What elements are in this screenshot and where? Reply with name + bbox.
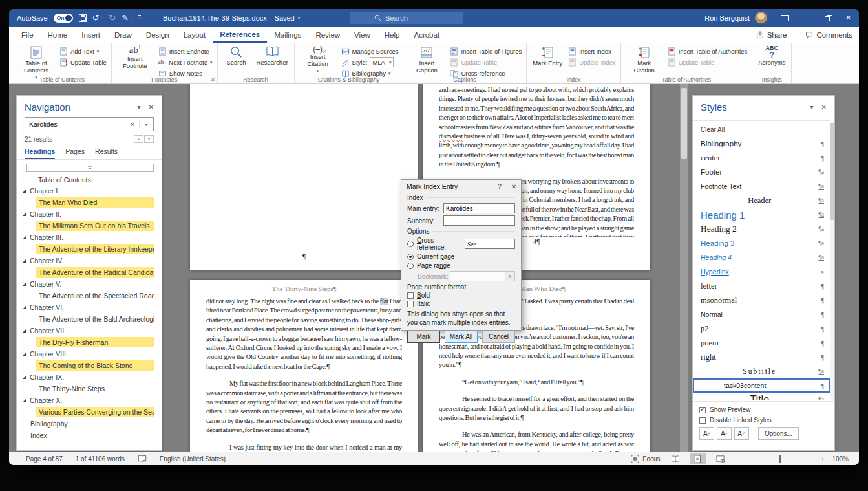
pane-options-chevron-icon[interactable]: ▾: [810, 104, 814, 111]
footnotes-dialog-launcher[interactable]: ⇲: [209, 76, 216, 83]
tab-references[interactable]: References: [213, 27, 267, 43]
nav-chapter[interactable]: Chapter IV.: [17, 255, 162, 267]
paragraph[interactable]: I was just fitting my key into the door …: [206, 443, 402, 452]
nav-heading[interactable]: The Milkman Sets Out on his Travels: [17, 220, 162, 232]
nav-heading[interactable]: The Adventure of the Radical Candidate: [17, 267, 162, 278]
tab-mailings[interactable]: Mailings: [267, 27, 308, 43]
cross-reference-radio[interactable]: [407, 241, 414, 247]
zoom-level[interactable]: 100%: [832, 455, 849, 463]
tab-layout[interactable]: Layout: [176, 27, 213, 43]
search-box[interactable]: Search: [350, 12, 463, 24]
paragraph[interactable]: He was an American, from Kentucky, and a…: [439, 430, 634, 452]
print-layout-button[interactable]: [690, 453, 706, 464]
paragraph[interactable]: and race-meetings. I had no real pal to …: [439, 85, 634, 169]
pane-options-chevron-icon[interactable]: ▾: [138, 104, 141, 111]
add-text-button[interactable]: Add Text▾: [59, 47, 107, 56]
update-table-captions-button[interactable]: Update Table: [450, 58, 522, 67]
subentry-input[interactable]: [443, 215, 515, 226]
tab-file[interactable]: File: [14, 27, 41, 43]
style-item-msonormal[interactable]: msonormal¶: [693, 293, 830, 307]
style-item-clear-all[interactable]: Clear All: [693, 122, 830, 136]
close-pane-icon[interactable]: ✕: [821, 104, 827, 111]
style-item-heading-1[interactable]: Heading 1¶a: [693, 208, 830, 222]
previous-result-button[interactable]: ▲: [134, 135, 143, 143]
style-item-normal[interactable]: Normal¶: [693, 307, 830, 322]
nav-item-bibliography[interactable]: Bibliography: [17, 418, 162, 430]
style-item-task03content[interactable]: task03content¶: [693, 378, 830, 393]
nav-chapter[interactable]: Chapter II.: [17, 208, 162, 220]
insert-footnote-button[interactable]: ab1 Insert Footnote: [116, 45, 154, 71]
tab-design[interactable]: Design: [139, 27, 176, 43]
options-button[interactable]: Options...: [758, 427, 799, 440]
nav-chapter[interactable]: Chapter X.: [17, 395, 162, 406]
style-item-title[interactable]: Title¶a: [693, 393, 830, 400]
manage-styles-button[interactable]: A✓: [734, 427, 749, 440]
bookmark-select[interactable]: ▼: [450, 271, 515, 281]
document-scrollbar[interactable]: [680, 84, 688, 452]
bold-checkbox[interactable]: [407, 292, 414, 299]
nav-item-index[interactable]: Index: [17, 430, 162, 441]
style-item-heading-3[interactable]: Heading 3¶a: [693, 236, 830, 250]
style-item-heading-2[interactable]: Heading 2¶a: [693, 222, 830, 236]
nav-tab-headings[interactable]: Headings: [25, 144, 55, 159]
proofing-errors-icon[interactable]: [138, 455, 147, 463]
close-dialog-icon[interactable]: ✕: [507, 183, 521, 190]
nav-item-toc[interactable]: Table of Contents: [17, 174, 162, 185]
smart-search-button[interactable]: i Search: [222, 45, 251, 67]
comments-button[interactable]: Comments: [805, 31, 852, 39]
style-item-footnote-text[interactable]: Footnote Text¶a: [693, 179, 830, 193]
customize-qat-button[interactable]: ▾: [138, 15, 141, 21]
paragraph[interactable]: My flat was the first floor in a new blo…: [206, 379, 402, 435]
paragraph[interactable]: did not stay long. The night was fine an…: [206, 297, 402, 371]
nav-chapter[interactable]: Chapter III.: [17, 232, 162, 243]
style-inspector-button[interactable]: A⌕: [717, 427, 732, 440]
zoom-out-button[interactable]: −: [736, 455, 739, 463]
focus-button[interactable]: Focus: [631, 455, 660, 463]
style-item-letter[interactable]: letter¶: [693, 279, 830, 293]
acronyms-button[interactable]: ABC? Acronyms: [757, 45, 787, 67]
scroll-to-top-button[interactable]: [26, 164, 154, 172]
show-preview-checkbox[interactable]: Show Preview: [699, 406, 828, 413]
ink-button[interactable]: ✎▾: [122, 13, 132, 23]
page-indicator[interactable]: Page 4 of 87: [26, 455, 63, 463]
style-item-subtitle[interactable]: Subtitle¶a: [693, 364, 830, 378]
nav-chapter[interactable]: Chapter V.: [17, 278, 162, 290]
insert-caption-button[interactable]: Insert Caption: [408, 45, 445, 75]
disable-linked-styles-checkbox[interactable]: Disable Linked Styles: [699, 417, 828, 424]
insert-citation-button[interactable]: (–)✓ Insert Citation ▾: [299, 45, 337, 74]
nav-heading[interactable]: The Adventure of the Bald Archaeologist: [17, 313, 162, 325]
tab-help[interactable]: Help: [377, 27, 407, 43]
main-entry-input[interactable]: [443, 203, 515, 213]
tab-acrobat[interactable]: Acrobat: [407, 27, 447, 43]
minimize-button[interactable]: —: [795, 9, 816, 27]
insert-index-button[interactable]: Insert Index: [568, 47, 616, 56]
ribbon-display-options-button[interactable]: [774, 9, 795, 27]
zoom-slider[interactable]: [746, 459, 814, 459]
scrollbar-thumb[interactable]: [830, 123, 834, 220]
style-item-hyperlink[interactable]: Hyperlinka: [693, 265, 830, 279]
autosave-toggle[interactable]: On: [54, 14, 73, 23]
mark-citation-button[interactable]: Mark Citation: [626, 45, 663, 75]
nav-heading[interactable]: The Adventure of the Spectacled Roadman: [17, 290, 162, 301]
nav-heading[interactable]: Various Parties Converging on the Sea: [17, 406, 162, 418]
mark-all-button[interactable]: Mark All: [445, 331, 478, 343]
table-of-contents-button[interactable]: Table of Contents ▾: [17, 45, 55, 80]
nav-chapter[interactable]: Chapter IX.: [17, 371, 162, 383]
dialog-title-bar[interactable]: Mark Index Entry ? ✕: [401, 180, 521, 193]
word-count[interactable]: 1 of 41106 words: [76, 455, 125, 463]
nav-chapter[interactable]: Chapter VI.: [17, 301, 162, 313]
nav-heading[interactable]: The Man Who Died: [17, 197, 162, 208]
nav-tab-results[interactable]: Results: [95, 144, 118, 159]
clear-search-icon[interactable]: ✕: [126, 121, 140, 128]
tab-review[interactable]: Review: [308, 27, 347, 43]
mark-button[interactable]: Mark: [407, 331, 440, 343]
nav-search-input[interactable]: [25, 120, 126, 128]
style-item-p2[interactable]: p2¶: [693, 322, 830, 336]
nav-chapter[interactable]: Chapter VIII.: [17, 348, 162, 360]
language-indicator[interactable]: English (United States): [160, 455, 226, 463]
zoom-in-button[interactable]: +: [821, 455, 825, 463]
read-mode-button[interactable]: [668, 453, 683, 464]
manage-sources-button[interactable]: Manage Sources: [341, 47, 399, 56]
page-range-radio[interactable]: [407, 263, 414, 269]
style-item-footer[interactable]: Footer¶a: [693, 165, 830, 179]
